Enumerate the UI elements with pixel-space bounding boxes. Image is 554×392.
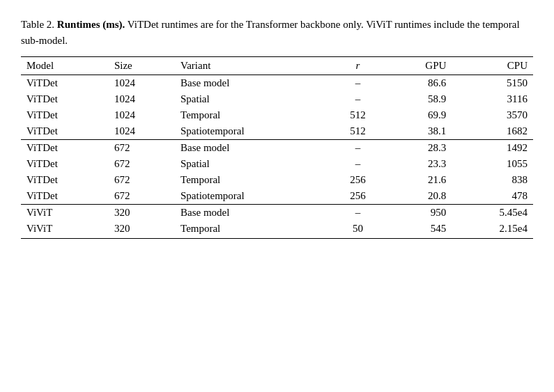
table-cell: 672: [109, 156, 175, 172]
table-cell: 2.15e4: [452, 221, 533, 239]
col-size: Size: [109, 57, 175, 75]
table-cell: 478: [452, 188, 533, 205]
table-row: ViTDet1024Spatiotemporal51238.11682: [21, 123, 533, 140]
table-cell: 672: [109, 188, 175, 205]
table-cell: ViTDet: [21, 172, 109, 188]
table-cell: Spatiotemporal: [175, 188, 330, 205]
table-body: ViTDet1024Base model–86.65150ViTDet1024S…: [21, 75, 533, 239]
table-cell: 320: [109, 221, 175, 239]
table-cell: –: [330, 140, 386, 157]
table-cell: 50: [330, 221, 386, 239]
table-cell: Temporal: [175, 221, 330, 239]
col-model: Model: [21, 57, 109, 75]
table-cell: 23.3: [385, 156, 452, 172]
table-cell: –: [330, 91, 386, 107]
table-row: ViViT320Base model–9505.45e4: [21, 205, 533, 221]
table-cell: Base model: [175, 140, 330, 157]
table-cell: Base model: [175, 205, 330, 221]
table-cell: 512: [330, 107, 386, 123]
table-label: Table 2.: [21, 19, 54, 30]
table-container: Table 2. Runtimes (ms). ViTDet runtimes …: [21, 17, 533, 239]
table-cell: Temporal: [175, 172, 330, 188]
table-cell: 38.1: [385, 123, 452, 140]
table-cell: Spatial: [175, 91, 330, 107]
table-cell: 5.45e4: [452, 205, 533, 221]
table-cell: 20.8: [385, 188, 452, 205]
table-cell: ViTDet: [21, 123, 109, 140]
table-cell: –: [330, 205, 386, 221]
table-cell: 838: [452, 172, 533, 188]
col-r: r: [330, 57, 386, 75]
table-cell: 3570: [452, 107, 533, 123]
table-cell: Spatial: [175, 156, 330, 172]
table-row: ViTDet1024Base model–86.65150: [21, 75, 533, 92]
table-caption: Table 2. Runtimes (ms). ViTDet runtimes …: [21, 17, 533, 48]
col-cpu: CPU: [452, 57, 533, 75]
table-bold: Runtimes (ms).: [54, 19, 125, 30]
table-cell: 320: [109, 205, 175, 221]
table-cell: Base model: [175, 75, 330, 92]
table-cell: 1024: [109, 123, 175, 140]
table-cell: ViTDet: [21, 188, 109, 205]
table-cell: ViTDet: [21, 107, 109, 123]
table-cell: Spatiotemporal: [175, 123, 330, 140]
table-header-row: Model Size Variant r GPU CPU: [21, 57, 533, 75]
table-cell: 672: [109, 140, 175, 157]
table-cell: 58.9: [385, 91, 452, 107]
data-table: Model Size Variant r GPU CPU ViTDet1024B…: [21, 56, 533, 239]
table-cell: ViTDet: [21, 156, 109, 172]
table-cell: 5150: [452, 75, 533, 92]
table-row: ViTDet1024Temporal51269.93570: [21, 107, 533, 123]
table-cell: 3116: [452, 91, 533, 107]
table-cell: Temporal: [175, 107, 330, 123]
table-cell: 1024: [109, 107, 175, 123]
table-cell: ViTDet: [21, 140, 109, 157]
table-cell: 86.6: [385, 75, 452, 92]
table-row: ViViT320Temporal505452.15e4: [21, 221, 533, 239]
table-cell: 672: [109, 172, 175, 188]
table-cell: 512: [330, 123, 386, 140]
table-row: ViTDet672Temporal25621.6838: [21, 172, 533, 188]
table-cell: 28.3: [385, 140, 452, 157]
table-cell: ViViT: [21, 205, 109, 221]
table-cell: 1682: [452, 123, 533, 140]
table-cell: –: [330, 156, 386, 172]
table-cell: 1024: [109, 91, 175, 107]
table-cell: 950: [385, 205, 452, 221]
table-cell: ViViT: [21, 221, 109, 239]
table-cell: ViTDet: [21, 91, 109, 107]
table-row: ViTDet672Spatial–23.31055: [21, 156, 533, 172]
table-cell: 256: [330, 188, 386, 205]
col-variant: Variant: [175, 57, 330, 75]
table-cell: 545: [385, 221, 452, 239]
table-cell: 256: [330, 172, 386, 188]
table-cell: 1492: [452, 140, 533, 157]
table-cell: 1055: [452, 156, 533, 172]
col-gpu: GPU: [385, 57, 452, 75]
table-row: ViTDet672Spatiotemporal25620.8478: [21, 188, 533, 205]
table-cell: ViTDet: [21, 75, 109, 92]
table-cell: 21.6: [385, 172, 452, 188]
table-row: ViTDet1024Spatial–58.93116: [21, 91, 533, 107]
table-row: ViTDet672Base model–28.31492: [21, 140, 533, 157]
table-cell: 1024: [109, 75, 175, 92]
table-cell: –: [330, 75, 386, 92]
table-cell: 69.9: [385, 107, 452, 123]
